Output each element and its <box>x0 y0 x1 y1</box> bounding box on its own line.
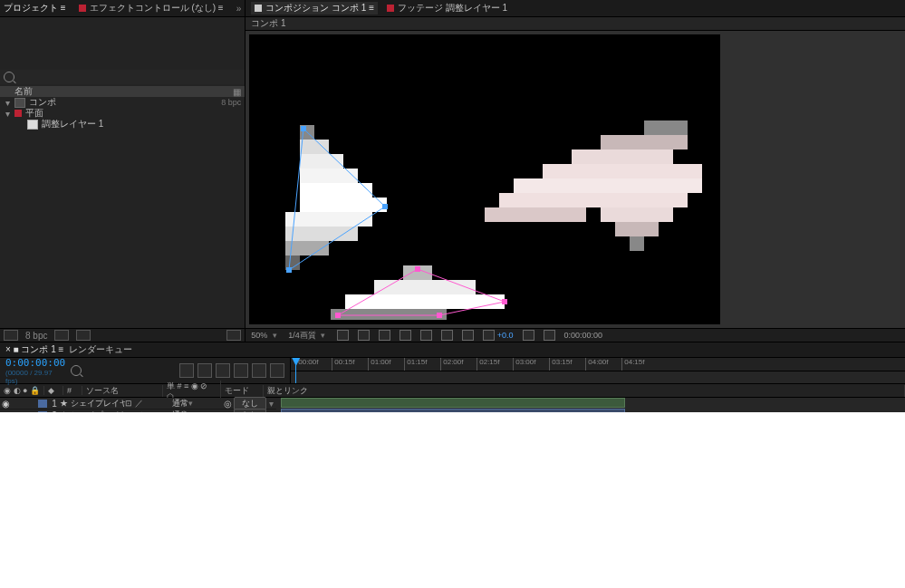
zoom-dropdown[interactable]: 50%▾ <box>251 331 279 340</box>
effect-controls-tab[interactable]: エフェクトコントロール (なし) ≡ <box>79 2 224 14</box>
col-label[interactable]: ◆ <box>44 386 63 395</box>
timeline-header-left: 0:00:00:00 (00000 / 29.97 fps) <box>0 358 291 383</box>
ruler-tick: 03:15f <box>549 358 572 371</box>
tree-item-solids[interactable]: ▾ 平面 <box>0 108 245 119</box>
roi-button[interactable] <box>400 330 411 341</box>
shape-bottom-triangle[interactable] <box>331 265 512 320</box>
project-tab[interactable]: プロジェクト ≡ <box>4 2 66 14</box>
project-search-input[interactable] <box>18 72 241 83</box>
timecode-display[interactable]: 0:00:00:00 (00000 / 29.97 fps) <box>5 357 65 385</box>
resolution-dropdown[interactable]: 1/4画質▾ <box>288 330 328 342</box>
timeline-tools <box>179 363 284 378</box>
hide-shy-button[interactable] <box>216 363 230 378</box>
exposure-control[interactable]: +0.0 <box>483 330 514 341</box>
timeline-tab-comp[interactable]: × ■ コンポ 1 ≡ <box>5 343 63 356</box>
col-av[interactable]: ◉ ◐ ● 🔒 <box>0 386 44 395</box>
tree-item-bits: 8 bpc <box>221 98 241 107</box>
bpc-button[interactable]: 8 bpc <box>25 331 47 341</box>
motion-blur-button[interactable] <box>252 363 266 378</box>
layer-switches[interactable]: ⊡ ／ <box>125 398 170 410</box>
show-snapshot-button[interactable] <box>544 330 555 341</box>
grid-button[interactable] <box>420 330 432 341</box>
timeline-search-input[interactable] <box>89 363 174 379</box>
composition-canvas[interactable] <box>249 34 720 324</box>
project-panel-tabs: プロジェクト ≡ エフェクトコントロール (なし) ≡ » <box>0 0 245 17</box>
ruler-tick: 01:00f <box>368 358 390 371</box>
search-icon <box>4 72 14 82</box>
left-column: プロジェクト ≡ エフェクトコントロール (なし) ≡ » 名前 ▦ ▾ <box>0 0 246 342</box>
fast-preview-button[interactable] <box>337 330 349 341</box>
timecode-value: 0:00:00:00 <box>5 357 65 369</box>
blend-mode-dropdown[interactable]: 通常▾ <box>170 410 221 413</box>
timeline-panel: × ■ コンポ 1 ≡ レンダーキュー 0:00:00:00 (00000 / … <box>0 342 905 412</box>
timeline-tab-renderqueue[interactable]: レンダーキュー <box>69 343 132 356</box>
project-search <box>0 70 245 84</box>
timeline-layers: ◉ 1 ★ シェイプレイヤー 2 ⊡ ／ 通常▾ ◎ なし▾ ◉ 2 ★ シェイ… <box>0 398 905 412</box>
viewer-tab-footage[interactable]: フッテージ 調整レイヤー 1 <box>383 2 511 14</box>
timeline-tabs: × ■ コンポ 1 ≡ レンダーキュー <box>0 342 905 358</box>
adjustment-icon <box>27 120 38 130</box>
layer-name[interactable]: ★ シェイプレイヤー 1 <box>60 410 125 413</box>
timeline-search <box>71 363 174 379</box>
pickwhip-icon[interactable]: ◎ <box>221 410 234 413</box>
mask-toggle-button[interactable] <box>379 330 390 341</box>
parent-dropdown[interactable]: なし <box>234 409 266 413</box>
layer-switches[interactable]: ⊡ ／ <box>125 410 170 413</box>
layer-number: 1 <box>49 399 60 409</box>
pickwhip-icon[interactable]: ◎ <box>221 399 234 409</box>
viewer-tabs: コンポジション コンポ 1 ≡ フッテージ 調整レイヤー 1 <box>246 0 905 17</box>
draft3d-button[interactable] <box>197 363 212 378</box>
graph-editor-button[interactable] <box>270 363 284 378</box>
channel-button[interactable] <box>462 330 474 341</box>
col-mode[interactable]: モード <box>221 385 264 397</box>
visibility-toggle[interactable]: ◉ <box>0 399 11 409</box>
time-ruler[interactable]: 00:00f 00:15f 01:00f 01:15f 02:00f 02:15… <box>291 358 905 371</box>
new-folder-button[interactable] <box>54 330 69 341</box>
ruler-tick: 02:00f <box>440 358 463 371</box>
shape-right-bird[interactable] <box>485 120 702 256</box>
col-parent[interactable]: 親とリンク <box>264 385 905 397</box>
ruler-tick: 04:15f <box>621 358 644 371</box>
tree-item-adjustment[interactable]: 調整レイヤー 1 <box>0 119 245 130</box>
trash-button[interactable] <box>226 330 241 341</box>
interpret-footage-button[interactable] <box>4 330 18 341</box>
layer-name[interactable]: ★ シェイプレイヤー 2 <box>60 398 125 410</box>
viewer-tab-comp[interactable]: コンポジション コンポ 1 ≡ <box>251 2 378 14</box>
layer-bar[interactable] <box>281 409 625 412</box>
visibility-toggle[interactable]: ◉ <box>0 410 11 413</box>
layers-list: ◉ 1 ★ シェイプレイヤー 2 ⊡ ／ 通常▾ ◎ なし▾ ◉ 2 ★ シェイ… <box>0 398 276 412</box>
comp-flowchart-button[interactable] <box>179 363 194 378</box>
layers-timeline[interactable] <box>276 398 905 412</box>
new-comp-button[interactable] <box>76 330 91 341</box>
timeline-ruler-area[interactable]: 00:00f 00:15f 01:00f 01:15f 02:00f 02:15… <box>291 358 905 383</box>
viewer-tab-label: コンポジション コンポ 1 ≡ <box>265 2 374 14</box>
preview-time[interactable]: 0:00:00:00 <box>564 331 603 340</box>
col-source[interactable]: ソース名 <box>82 385 163 397</box>
footage-icon <box>387 5 394 12</box>
frame-blend-button[interactable] <box>234 363 248 378</box>
label-swatch[interactable] <box>38 411 47 413</box>
aperture-icon <box>483 330 495 341</box>
transparency-grid-button[interactable] <box>358 330 370 341</box>
twirl-icon[interactable]: ▾ <box>4 98 11 108</box>
blend-mode-dropdown[interactable]: 通常▾ <box>170 398 221 410</box>
comp-icon <box>255 5 262 12</box>
tree-item-label: 調整レイヤー 1 <box>42 118 103 130</box>
snapshot-button[interactable] <box>523 330 534 341</box>
layer-row[interactable]: ◉ 2 ★ シェイプレイヤー 1 ⊡ ／ 通常▾ ◎ なし▾ <box>0 410 276 412</box>
ruler-tick: 02:15f <box>477 358 499 371</box>
effect-controls-label: エフェクトコントロール (なし) ≡ <box>90 2 224 14</box>
viewer-panel: コンポジション コンポ 1 ≡ フッテージ 調整レイヤー 1 コンポ 1 <box>246 0 905 342</box>
col-num[interactable]: # <box>63 386 82 395</box>
tree-meta-icon[interactable]: ▦ <box>233 87 241 97</box>
twirl-icon[interactable]: ▾ <box>4 109 11 119</box>
layer-bar[interactable] <box>281 398 625 408</box>
guides-button[interactable] <box>441 330 453 341</box>
current-time-indicator[interactable] <box>295 358 296 383</box>
timecode-hint: (00000 / 29.97 fps) <box>5 369 65 385</box>
label-swatch[interactable] <box>38 400 47 408</box>
shape-left-triangle[interactable] <box>285 125 394 279</box>
viewer-breadcrumb[interactable]: コンポ 1 <box>246 17 905 31</box>
overflow-icon[interactable]: » <box>236 4 242 14</box>
search-icon <box>71 365 82 376</box>
